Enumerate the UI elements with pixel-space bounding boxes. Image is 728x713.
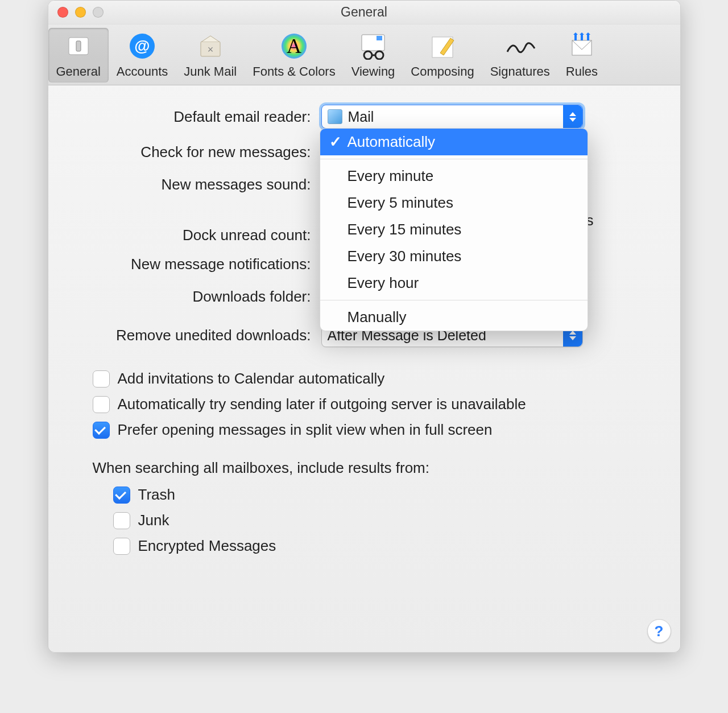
- dropdown-arrows-icon: [563, 105, 582, 128]
- tab-label: Viewing: [351, 64, 395, 79]
- window-title: General: [48, 5, 680, 20]
- rules-icon: [566, 30, 598, 62]
- check-messages-popup: Automatically Every minute Every 5 minut…: [320, 128, 588, 331]
- preferences-toolbar: General @ Accounts × Junk Mail A Fonts &…: [48, 24, 680, 85]
- svg-text:@: @: [134, 37, 150, 55]
- default-reader-dropdown[interactable]: Mail: [321, 105, 583, 129]
- titlebar: General: [48, 1, 680, 24]
- popup-option-every-hour[interactable]: Every hour: [320, 270, 588, 296]
- svg-rect-1: [76, 41, 81, 51]
- default-reader-label: Default email reader:: [77, 108, 321, 126]
- popup-separator: [320, 300, 588, 300]
- popup-option-every-15-minutes[interactable]: Every 15 minutes: [320, 216, 588, 243]
- popup-option-manually[interactable]: Manually: [320, 304, 588, 331]
- retry-sending-checkbox[interactable]: [93, 396, 110, 413]
- svg-point-10: [364, 51, 372, 59]
- svg-text:×: ×: [207, 44, 213, 55]
- popup-option-every-minute[interactable]: Every minute: [320, 163, 588, 189]
- svg-text:A: A: [287, 35, 301, 57]
- tab-label: Fonts & Colors: [253, 64, 336, 79]
- svg-point-11: [375, 51, 383, 59]
- include-encrypted-label: Encrypted Messages: [138, 537, 276, 555]
- include-junk-label: Junk: [138, 512, 169, 529]
- preferences-window: General General @ Accounts × Junk Mail A…: [48, 0, 681, 653]
- popup-option-every-5-minutes[interactable]: Every 5 minutes: [320, 189, 588, 216]
- popup-separator: [320, 159, 588, 159]
- tab-label: Signatures: [490, 64, 550, 79]
- help-icon: ?: [655, 623, 664, 640]
- tab-accounts[interactable]: @ Accounts: [109, 28, 176, 83]
- retry-sending-label: Automatically try sending later if outgo…: [118, 395, 526, 413]
- dock-unread-label: Dock unread count:: [77, 226, 321, 244]
- svg-rect-14: [572, 40, 592, 55]
- tab-junk-mail[interactable]: × Junk Mail: [176, 28, 245, 83]
- general-pane: Default email reader: Mail Check for new…: [48, 85, 680, 555]
- popup-option-automatically[interactable]: Automatically: [320, 129, 588, 155]
- fonts-colors-icon: A: [278, 30, 310, 62]
- search-results-heading: When searching all mailboxes, include re…: [93, 459, 652, 477]
- tab-label: General: [56, 64, 101, 79]
- composing-icon: [427, 30, 458, 62]
- tab-general[interactable]: General: [48, 28, 109, 83]
- split-view-checkbox[interactable]: [93, 422, 110, 439]
- mail-app-icon: [328, 109, 342, 124]
- calendar-invitations-checkbox[interactable]: [93, 370, 110, 388]
- default-reader-value: Mail: [348, 109, 374, 125]
- include-encrypted-checkbox[interactable]: [113, 538, 130, 555]
- check-messages-label: Check for new messages:: [77, 143, 321, 161]
- junk-mail-icon: ×: [195, 30, 226, 62]
- calendar-invitations-label: Add invitations to Calendar automaticall…: [118, 370, 385, 388]
- include-junk-checkbox[interactable]: [113, 512, 130, 529]
- tab-rules[interactable]: Rules: [558, 28, 606, 83]
- tab-label: Junk Mail: [184, 64, 237, 79]
- tab-viewing[interactable]: Viewing: [344, 28, 403, 83]
- popup-option-every-30-minutes[interactable]: Every 30 minutes: [320, 243, 588, 270]
- downloads-folder-label: Downloads folder:: [77, 288, 321, 306]
- tab-composing[interactable]: Composing: [403, 28, 482, 83]
- tab-fonts-colors[interactable]: A Fonts & Colors: [245, 28, 344, 83]
- tab-label: Rules: [566, 64, 598, 79]
- include-trash-label: Trash: [138, 486, 176, 504]
- signatures-icon: [504, 30, 536, 62]
- new-messages-sound-label: New messages sound:: [77, 176, 321, 193]
- tab-label: Accounts: [117, 64, 168, 79]
- remove-downloads-label: Remove unedited downloads:: [77, 327, 321, 344]
- general-icon: [63, 30, 94, 62]
- include-trash-checkbox[interactable]: [113, 487, 130, 504]
- split-view-label: Prefer opening messages in split view wh…: [118, 421, 493, 439]
- viewing-icon: [357, 30, 389, 62]
- tab-label: Composing: [411, 64, 474, 79]
- svg-rect-9: [377, 36, 382, 40]
- tab-signatures[interactable]: Signatures: [482, 28, 558, 83]
- help-button[interactable]: ?: [647, 619, 671, 643]
- notifications-label: New message notifications:: [77, 255, 321, 273]
- accounts-icon: @: [126, 30, 158, 62]
